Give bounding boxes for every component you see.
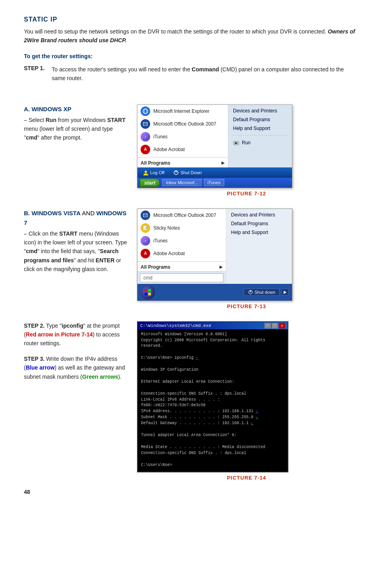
- vista-acrobat-label: Adobe Acrobat: [153, 251, 185, 256]
- picture-7-14-col: C:\Windows\system32\cmd.exe ─ □ ✕ Micros…: [137, 321, 356, 481]
- cmd-line-8: Ethernet adapter Local Area Connection:: [141, 379, 284, 385]
- all-programs-item[interactable]: All Programs ▶: [137, 159, 228, 167]
- cmd-title-text: C:\Windows\system32\cmd.exe: [140, 323, 211, 328]
- vista-search-input[interactable]: [140, 273, 223, 282]
- winxp-taskbar: start Inbox Microsof... iTunes: [137, 178, 292, 188]
- vista-right-devices[interactable]: Devices and Printers: [226, 210, 292, 219]
- vista-menu-screenshot: Microsoft Office Outlook 2007 📝 Sticky N…: [137, 208, 292, 301]
- menu-item-ie[interactable]: Microsoft Internet Explorer: [137, 105, 228, 118]
- shutdown-icon: [173, 170, 179, 175]
- cmd-line-15: [141, 427, 284, 432]
- run-label: Run: [242, 140, 251, 146]
- vista-acrobat-icon: A: [141, 249, 150, 258]
- menu-right-default[interactable]: Default Programs: [228, 115, 292, 124]
- red-arrow-indicator: ←: [196, 356, 198, 360]
- cmd-line-17: [141, 439, 284, 444]
- part-a-text: A. WINDOWS XP – Select Run from your Win…: [24, 104, 127, 142]
- vista-acrobat-item[interactable]: A Adobe Acrobat: [137, 247, 226, 260]
- vista-outlook-label: Microsoft Office Outlook 2007: [153, 212, 216, 218]
- cmd-line-18: Media State . . . . . . . . . . : Media …: [141, 444, 284, 450]
- svg-point-5: [145, 171, 147, 173]
- taskbar-item-itunes[interactable]: iTunes: [204, 179, 224, 186]
- cmd-line-5: [141, 361, 284, 367]
- picture-7-12-col: Microsoft Internet Explorer Microsoft Of…: [137, 104, 356, 197]
- menu-item-outlook[interactable]: Microsoft Office Outlook 2007: [137, 118, 228, 130]
- picture-7-13-label: PICTURE 7-13: [137, 303, 356, 309]
- red-arrow-text: Red arrow in: [26, 331, 60, 338]
- cmd-content: Microsoft Windows [Version 6.0.6001] Cop…: [141, 332, 284, 468]
- part-b-section: B. WINDOWS VISTA and WINDOWS 7 – Click o…: [24, 208, 356, 309]
- ipconfig-text: ipconfig: [62, 323, 83, 329]
- picture-ref-text: Picture 7-14: [61, 331, 92, 338]
- menu-right-run[interactable]: Run: [228, 138, 292, 147]
- start-label: start: [144, 180, 155, 186]
- vista-start-orb[interactable]: [141, 285, 155, 299]
- cmd-line-3: [141, 349, 284, 355]
- svg-rect-9: [145, 289, 147, 292]
- menu-item-acrobat-label: Adobe Acrobat: [153, 147, 185, 152]
- logoff-icon: [143, 170, 149, 175]
- cmd-titlebar: C:\Windows\system32\cmd.exe ─ □ ✕: [138, 322, 288, 329]
- cmd-line-1: Microsoft Windows [Version 6.0.6001]: [141, 332, 284, 337]
- vista-outlook-item[interactable]: Microsoft Office Outlook 2007: [137, 209, 226, 222]
- arrow-icon: ▶: [221, 161, 225, 165]
- part-b-text: B. WINDOWS VISTA and WINDOWS 7 – Click o…: [24, 208, 127, 274]
- cmd-maximize-button[interactable]: □: [272, 323, 278, 328]
- section-title: STATIC IP: [24, 16, 356, 23]
- outlook-icon: [141, 119, 150, 129]
- picture-7-12-label: PICTURE 7-12: [137, 191, 356, 197]
- menu-item-acrobat[interactable]: A Adobe Acrobat: [137, 143, 228, 156]
- step3-label: STEP 3.: [24, 356, 45, 362]
- itunes-icon: ♪: [141, 132, 150, 142]
- logoff-label: Log Off: [150, 170, 165, 175]
- part-a-description: – Select Run from your Windows START men…: [24, 116, 127, 142]
- cmd-window-screenshot: C:\Windows\system32\cmd.exe ─ □ ✕ Micros…: [137, 321, 288, 472]
- vista-sticky-item[interactable]: 📝 Sticky Notes: [137, 222, 226, 234]
- cmd-close-button[interactable]: ✕: [279, 323, 285, 328]
- vista-search-area: [137, 271, 226, 284]
- step3-paragraph: STEP 3. Write down the IP4v address (Blu…: [24, 354, 127, 381]
- cmd-line-19: Connection-specific DNS Suffix . : dps.l…: [141, 450, 284, 456]
- vista-shutdown-button[interactable]: Shut down: [244, 289, 280, 296]
- green-arrows-text: Green arrows: [82, 374, 118, 380]
- vista-all-programs[interactable]: All Programs ▶: [137, 263, 226, 271]
- ie-icon: [141, 106, 150, 116]
- step1-block: STEP 1. To access the router's settings …: [24, 65, 356, 83]
- menu-item-outlook-label: Microsoft Office Outlook 2007: [153, 121, 216, 127]
- winxp-menu-body: Microsoft Internet Explorer Microsoft Of…: [137, 105, 292, 167]
- cmd-line-2: Copyright (c) 2006 Microsoft Corporation…: [141, 338, 284, 349]
- cmd-prompt-ipconfig: C:\Users\Roe> ipconfig: [141, 356, 194, 360]
- vista-outlook-icon: [141, 210, 150, 220]
- cmd-line-ipv4: IPv4 Address. . . . . . . . . . : 192.16…: [141, 409, 284, 414]
- cmd-line-21: C:\Users\Roe>: [141, 462, 284, 468]
- picture-7-14-label: PICTURE 7-14: [137, 475, 356, 481]
- vista-right-help[interactable]: Help and Support: [226, 228, 292, 237]
- vista-menu-body: Microsoft Office Outlook 2007 📝 Sticky N…: [137, 209, 292, 284]
- menu-item-itunes[interactable]: ♪ iTunes: [137, 130, 228, 143]
- shutdown-item[interactable]: Shut Down: [171, 169, 204, 176]
- step1-text: To access the router's settings you will…: [52, 65, 356, 83]
- shutdown-btn-label: Shut down: [255, 290, 275, 295]
- winxp-menu-screenshot: Microsoft Internet Explorer Microsoft Of…: [137, 104, 292, 188]
- taskbar-item-inbox[interactable]: Inbox Microsof...: [162, 179, 202, 186]
- start-button[interactable]: start: [140, 179, 160, 187]
- vista-itunes-item[interactable]: ♪ iTunes: [137, 234, 226, 247]
- logoff-item[interactable]: Log Off: [141, 169, 167, 176]
- menu-right-help[interactable]: Help and Support: [228, 124, 292, 133]
- vista-right-default[interactable]: Default Programs: [226, 219, 292, 228]
- menu-right-devices[interactable]: Devices and Printers: [228, 106, 292, 115]
- intro-text: You will need to setup the network setti…: [24, 27, 356, 45]
- cmd-line-10: Connection-specific DNS Suffix . : dps.l…: [141, 391, 284, 397]
- winxp-menu-left: Microsoft Internet Explorer Microsoft Of…: [137, 105, 228, 167]
- cmd-minimize-button[interactable]: ─: [264, 323, 271, 328]
- cmd-line-subnet: Subnet Mask . . . . . . . . . . : 255.25…: [141, 415, 284, 420]
- acrobat-icon: A: [141, 145, 150, 154]
- shutdown-arrow-button[interactable]: ▶: [282, 289, 289, 295]
- page-number: 48: [24, 489, 356, 495]
- svg-rect-11: [145, 293, 147, 295]
- cmd-window-controls: ─ □ ✕: [264, 323, 285, 328]
- cmd-line-9: [141, 385, 284, 391]
- green-arrow-1-indicator: ←: [256, 415, 258, 419]
- step1-label: STEP 1.: [24, 65, 52, 71]
- vista-itunes-icon: ♪: [141, 236, 150, 246]
